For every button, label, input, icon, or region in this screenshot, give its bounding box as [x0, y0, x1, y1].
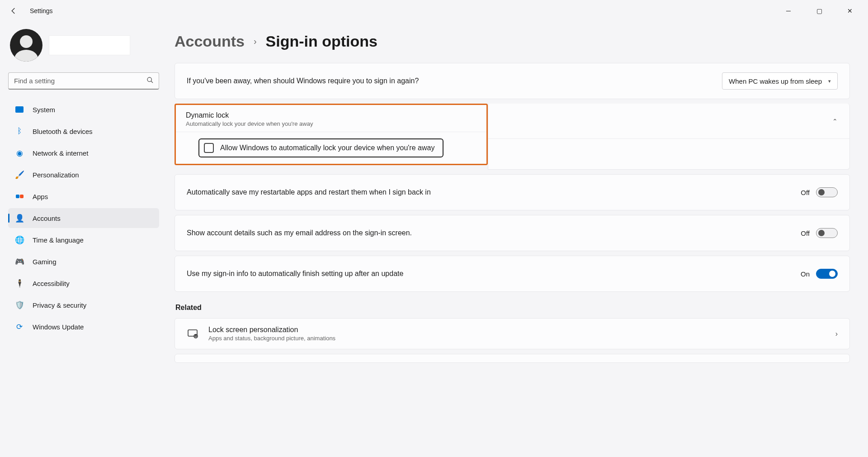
- require-signin-card: If you've been away, when should Windows…: [175, 63, 850, 99]
- bluetooth-icon: ᛒ: [14, 126, 24, 136]
- require-signin-label: If you've been away, when should Windows…: [187, 77, 722, 85]
- svg-point-0: [147, 77, 151, 81]
- related-heading: Related: [175, 304, 850, 312]
- nav-time-language[interactable]: 🌐Time & language: [8, 230, 159, 250]
- restart-apps-label: Automatically save my restartable apps a…: [187, 188, 801, 196]
- back-button[interactable]: [5, 3, 22, 19]
- window-controls: ─ ▢ ✕: [778, 7, 863, 14]
- nav-label: Time & language: [33, 236, 84, 244]
- nav-apps[interactable]: Apps: [8, 186, 159, 206]
- nav-personalization[interactable]: 🖌️Personalization: [8, 165, 159, 185]
- nav-label: Bluetooth & devices: [33, 128, 93, 135]
- nav-label: Windows Update: [33, 323, 84, 331]
- nav-label: Network & internet: [33, 149, 88, 157]
- nav-windows-update[interactable]: ⟳Windows Update: [8, 317, 159, 337]
- restart-apps-card: Automatically save my restartable apps a…: [175, 174, 850, 210]
- nav-label: Gaming: [33, 258, 57, 266]
- chevron-down-icon: ▾: [828, 78, 831, 84]
- dropdown-value: When PC wakes up from sleep: [729, 77, 822, 85]
- brush-icon: 🖌️: [14, 170, 24, 180]
- titlebar: Settings ─ ▢ ✕: [0, 0, 868, 22]
- next-card-peek: [175, 354, 850, 363]
- use-signin-info-card: Use my sign-in info to automatically fin…: [175, 256, 850, 292]
- checkbox-icon: [204, 143, 214, 153]
- nav-network[interactable]: ◉Network & internet: [8, 143, 159, 163]
- use-signin-info-label: Use my sign-in info to automatically fin…: [187, 270, 801, 278]
- nav-label: Accounts: [33, 214, 61, 222]
- related-title: Lock screen personalization: [208, 326, 335, 334]
- lockscreen-personalization-card[interactable]: Lock screen personalization Apps and sta…: [175, 318, 850, 349]
- close-button[interactable]: ✕: [840, 7, 860, 14]
- breadcrumb-parent[interactable]: Accounts: [175, 33, 245, 50]
- nav-label: Personalization: [33, 171, 79, 179]
- system-icon: [14, 105, 24, 114]
- nav-bluetooth[interactable]: ᛒBluetooth & devices: [8, 121, 159, 141]
- profile-block[interactable]: [8, 29, 159, 62]
- restart-apps-toggle[interactable]: [816, 187, 838, 197]
- accessibility-icon: 🕴️: [14, 278, 24, 288]
- gamepad-icon: 🎮: [14, 257, 24, 267]
- dynamic-lock-header[interactable]: Dynamic lock Automatically lock your dev…: [176, 105, 486, 132]
- nav-system[interactable]: System: [8, 100, 159, 119]
- use-signin-info-toggle[interactable]: [816, 269, 838, 279]
- main-panel: Accounts › Sign-in options If you've bee…: [167, 22, 868, 457]
- search-icon: [146, 76, 154, 85]
- dynamic-lock-highlighted: Dynamic lock Automatically lock your dev…: [175, 104, 488, 165]
- apps-icon: [14, 191, 24, 201]
- toggle-state: Off: [801, 229, 810, 237]
- dynamic-lock-title: Dynamic lock: [186, 111, 476, 119]
- page-title: Sign-in options: [266, 33, 377, 50]
- minimize-button[interactable]: ─: [778, 7, 798, 14]
- show-account-label: Show account details such as my email ad…: [187, 229, 801, 237]
- dynamic-lock-subtitle: Automatically lock your device when you'…: [186, 120, 476, 127]
- shield-icon: 🛡️: [14, 300, 24, 310]
- show-account-card: Show account details such as my email ad…: [175, 215, 850, 251]
- lockscreen-icon: [187, 328, 199, 340]
- nav-label: Privacy & security: [33, 301, 86, 309]
- nav-privacy[interactable]: 🛡️Privacy & security: [8, 295, 159, 315]
- search-input[interactable]: [8, 72, 159, 90]
- update-icon: ⟳: [14, 322, 24, 332]
- nav-list: System ᛒBluetooth & devices ◉Network & i…: [8, 100, 159, 337]
- sidebar: System ᛒBluetooth & devices ◉Network & i…: [0, 22, 167, 457]
- chevron-up-icon[interactable]: ⌃: [832, 118, 838, 125]
- dynamic-lock-card-rest: ⌃: [488, 104, 850, 170]
- related-subtitle: Apps and status, background picture, ani…: [208, 335, 335, 342]
- nav-gaming[interactable]: 🎮Gaming: [8, 252, 159, 271]
- toggle-state: On: [801, 270, 810, 278]
- toggle-state: Off: [801, 189, 810, 196]
- nav-label: Accessibility: [33, 280, 70, 287]
- nav-label: System: [33, 106, 55, 114]
- nav-accounts[interactable]: 👤Accounts: [8, 208, 159, 228]
- person-icon: 👤: [14, 213, 24, 223]
- chevron-right-icon: ›: [254, 36, 257, 47]
- maximize-button[interactable]: ▢: [809, 7, 829, 14]
- wifi-icon: ◉: [14, 148, 24, 158]
- chevron-right-icon: ›: [835, 330, 838, 338]
- avatar-icon: [10, 29, 42, 62]
- window-title: Settings: [30, 7, 53, 14]
- breadcrumb: Accounts › Sign-in options: [175, 33, 850, 50]
- globe-clock-icon: 🌐: [14, 235, 24, 245]
- nav-label: Apps: [33, 193, 48, 200]
- require-signin-dropdown[interactable]: When PC wakes up from sleep ▾: [722, 72, 838, 90]
- nav-accessibility[interactable]: 🕴️Accessibility: [8, 273, 159, 293]
- dynamic-lock-checkbox[interactable]: Allow Windows to automatically lock your…: [198, 138, 443, 157]
- profile-name: [49, 35, 130, 55]
- show-account-toggle[interactable]: [816, 228, 838, 238]
- checkbox-label: Allow Windows to automatically lock your…: [220, 144, 434, 152]
